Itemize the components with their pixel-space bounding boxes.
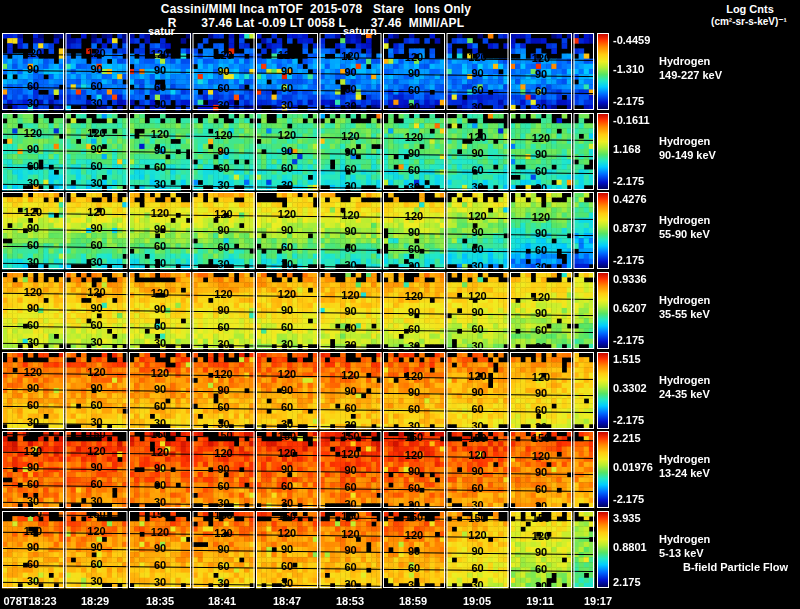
time-tick: 18:47 [273, 595, 301, 607]
colorbar-min-value: -2.175 [613, 95, 644, 107]
colorbar-mid-value: 0.6207 [613, 302, 647, 314]
colorbar-min-value: -2.175 [613, 175, 644, 187]
bfield-particle-flow-note: B-field Particle Flow [683, 561, 788, 573]
colorbar-mid-value: -1.310 [613, 63, 644, 75]
energy-range-label: 149-227 keV [659, 69, 722, 81]
colorbar-mid-value: 1.168 [613, 143, 641, 155]
colorbar-max-value: 0.4276 [613, 193, 647, 205]
time-tick: 18:35 [146, 595, 174, 607]
time-tick: 18:59 [399, 595, 427, 607]
species-label: Hydrogen [659, 214, 710, 226]
time-tick: 18:53 [336, 595, 364, 607]
species-label: Hydrogen [659, 453, 710, 465]
colorbar-mid-value: 0.01976 [613, 461, 653, 473]
colorbar-mid-value: 0.3302 [613, 382, 647, 394]
time-tick: 19:17 [584, 595, 612, 607]
energy-range-label: 35-55 keV [659, 308, 710, 320]
colorbar-min-value: -2.175 [613, 414, 644, 426]
colorbar-min-value: -2.175 [613, 493, 644, 505]
colorbar-max-value: 1.515 [613, 353, 641, 365]
species-label: Hydrogen [659, 294, 710, 306]
colorbar-max-value: 0.9336 [613, 273, 647, 285]
energy-range-label: 90-149 keV [659, 149, 716, 161]
colorbar-max-value: -0.1611 [613, 114, 650, 126]
colorbar-min-value: -2.175 [613, 254, 644, 266]
colorbar-min-value: 2.175 [613, 576, 641, 588]
colorbar-max-value: 2.215 [613, 432, 641, 444]
species-label: Hydrogen [659, 374, 710, 386]
time-tick: 19:05 [463, 595, 491, 607]
colorbar-max-value: -0.4459 [613, 34, 650, 46]
energy-range-label: 5-13 keV [659, 547, 704, 559]
colorbar-mid-value: 0.8801 [613, 541, 647, 553]
mimi-spectrogram-display: Cassini/MIMI Inca mTOF 2015-078 Stare Io… [0, 0, 800, 609]
species-label: Hydrogen [659, 135, 710, 147]
colorbar-min-value: -2.175 [613, 334, 644, 346]
species-label: Hydrogen [659, 533, 710, 545]
time-tick: 18:41 [208, 595, 236, 607]
species-label: Hydrogen [659, 55, 710, 67]
colorbar-mid-value: 0.8737 [613, 222, 647, 234]
energy-range-label: 13-24 keV [659, 467, 710, 479]
energy-range-label: 24-35 keV [659, 388, 710, 400]
time-tick: 19:11 [526, 595, 554, 607]
energy-range-label: 55-90 keV [659, 228, 710, 240]
colorbar-max-value: 3.935 [613, 512, 641, 524]
time-tick: 078T18:23 [3, 595, 56, 607]
time-tick: 18:29 [81, 595, 109, 607]
